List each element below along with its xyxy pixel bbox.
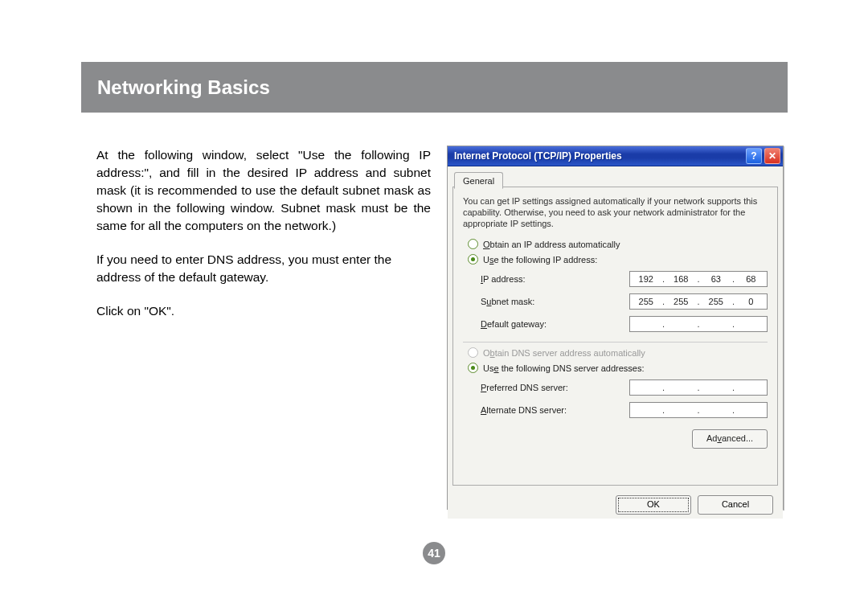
radio-label: Obtain an IP address automatically — [483, 240, 620, 249]
radio-obtain-dns-auto: Obtain DNS server address automatically — [468, 347, 768, 358]
subnet-mask-input[interactable]: 255. 255. 255. 0 — [629, 293, 768, 310]
help-icon[interactable]: ? — [746, 148, 762, 164]
field-default-gateway: Default gateway: . . . — [463, 316, 768, 332]
ok-button[interactable]: OK — [616, 495, 691, 515]
field-alternate-dns: Alternate DNS server: . . . — [463, 402, 768, 418]
page-number: 41 — [423, 542, 445, 564]
radio-icon — [468, 239, 478, 249]
paragraph-1: At the following window, select "Use the… — [96, 146, 431, 235]
field-label: Alternate DNS server: — [481, 405, 567, 415]
section-header: Networking Basics — [81, 62, 788, 113]
dialog-body: General You can get IP settings assigned… — [448, 166, 783, 491]
field-label: Preferred DNS server: — [481, 383, 568, 392]
section-title: Networking Basics — [97, 76, 270, 99]
field-label: Subnet mask: — [481, 297, 534, 306]
field-preferred-dns: Preferred DNS server: . . . — [463, 379, 768, 396]
cancel-button[interactable]: Cancel — [698, 495, 773, 515]
radio-label: Use the following IP address: — [483, 255, 597, 265]
paragraph-2: If you need to enter DNS address, you mu… — [96, 251, 431, 286]
advanced-row: Advanced... — [463, 429, 768, 449]
radio-icon — [468, 254, 478, 265]
preferred-dns-input[interactable]: . . . — [629, 379, 768, 396]
field-ip-address: IP address: 192. 168. 63. 68 — [463, 271, 768, 287]
close-icon[interactable]: ✕ — [764, 148, 780, 164]
field-subnet-mask: Subnet mask: 255. 255. 255. 0 — [463, 293, 768, 310]
radio-label: Obtain DNS server address automatically — [483, 348, 645, 358]
radio-use-following-dns[interactable]: Use the following DNS server addresses: — [468, 363, 768, 373]
advanced-button[interactable]: Advanced... — [692, 429, 768, 449]
dialog-titlebar[interactable]: Internet Protocol (TCP/IP) Properties ? … — [448, 146, 783, 166]
tcpip-properties-dialog: Internet Protocol (TCP/IP) Properties ? … — [447, 146, 784, 510]
paragraph-3: Click on "OK". — [96, 302, 431, 320]
radio-label: Use the following DNS server addresses: — [483, 363, 645, 373]
alternate-dns-input[interactable]: . . . — [629, 402, 768, 418]
ip-address-input[interactable]: 192. 168. 63. 68 — [629, 271, 768, 287]
dialog-title: Internet Protocol (TCP/IP) Properties — [448, 150, 746, 162]
radio-icon — [468, 347, 478, 358]
tab-strip: General — [452, 170, 778, 187]
page-number-badge: 41 — [0, 542, 868, 564]
field-label: IP address: — [481, 274, 525, 284]
radio-use-following-ip[interactable]: Use the following IP address: — [468, 254, 768, 265]
default-gateway-input[interactable]: . . . — [629, 316, 768, 332]
tab-general[interactable]: General — [454, 172, 503, 189]
body-copy: At the following window, select "Use the… — [96, 146, 431, 336]
separator — [463, 342, 768, 343]
dialog-description: You can get IP settings assigned automat… — [463, 195, 768, 229]
dialog-footer: OK Cancel — [448, 491, 783, 519]
radio-obtain-ip-auto[interactable]: Obtain an IP address automatically — [468, 239, 768, 249]
field-label: Default gateway: — [481, 319, 547, 329]
document-page: Networking Basics At the following windo… — [0, 0, 868, 603]
radio-icon — [468, 363, 478, 373]
tab-panel-general: You can get IP settings assigned automat… — [452, 187, 778, 486]
